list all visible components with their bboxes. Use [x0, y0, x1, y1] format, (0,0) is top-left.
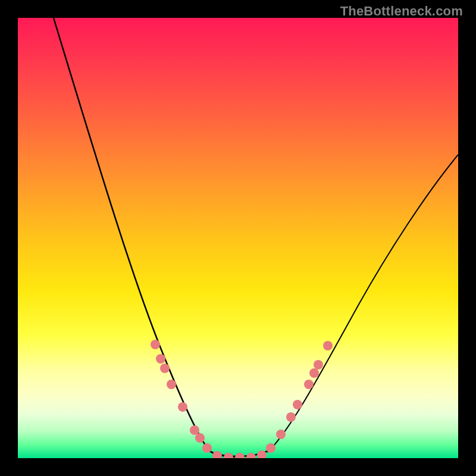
scatter-dot: [309, 368, 319, 378]
scatter-dot: [160, 364, 170, 373]
scatter-dot: [202, 443, 212, 453]
scatter-dot: [304, 380, 314, 389]
scatter-dot: [276, 430, 286, 439]
scatter-dot: [212, 451, 222, 458]
scatter-dot: [235, 453, 245, 458]
scatter-dot: [266, 443, 275, 453]
curve-left-branch: [54, 18, 235, 457]
scatter-dot: [314, 360, 323, 369]
scatter-dot: [167, 380, 176, 389]
scatter-dot: [195, 433, 205, 443]
scatter-dot: [293, 400, 302, 409]
scatter-dot: [178, 402, 187, 412]
scatter-dot: [156, 354, 165, 364]
watermark-text: TheBottleneck.com: [340, 4, 463, 19]
scatter-dot: [190, 425, 199, 435]
scatter-dot: [246, 453, 256, 458]
scatter-dot: [151, 340, 160, 349]
curve-layer: [18, 18, 458, 458]
scatter-dot: [286, 412, 296, 422]
scatter-dot: [323, 341, 333, 350]
plot-area: [18, 18, 458, 458]
scatter-dot: [224, 453, 233, 458]
outer-frame: TheBottleneck.com: [0, 0, 476, 476]
